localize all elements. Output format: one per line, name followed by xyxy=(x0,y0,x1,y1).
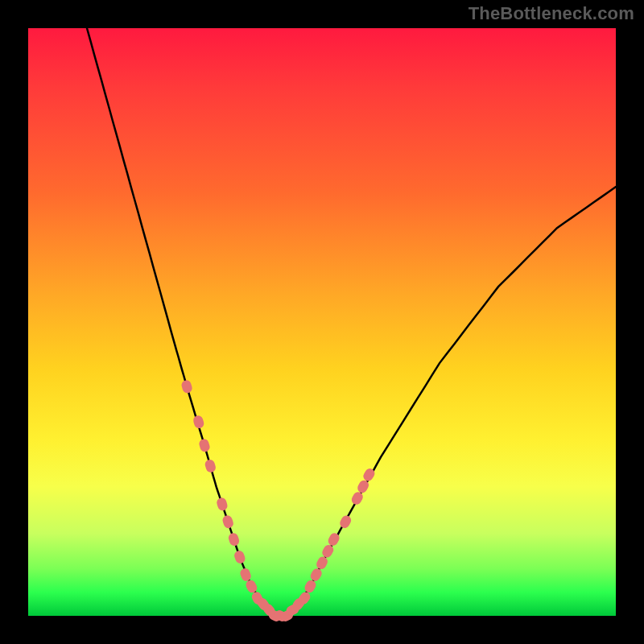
watermark-text: TheBottleneck.com xyxy=(469,3,634,24)
curve-marker xyxy=(192,415,205,430)
curve-marker xyxy=(338,514,353,530)
curve-marker xyxy=(216,497,229,512)
curve-marker xyxy=(204,459,217,474)
curve-marker xyxy=(239,567,253,582)
bottleneck-curve xyxy=(87,28,616,616)
curve-marker xyxy=(227,532,240,547)
curve-marker xyxy=(198,438,211,453)
curve-marker xyxy=(233,549,246,564)
chart-frame: TheBottleneck.com xyxy=(0,0,644,644)
curve-marker xyxy=(221,514,234,530)
plot-area xyxy=(28,28,616,616)
curve-marker xyxy=(180,379,193,394)
marker-group xyxy=(180,379,377,623)
curve-svg xyxy=(28,28,616,616)
